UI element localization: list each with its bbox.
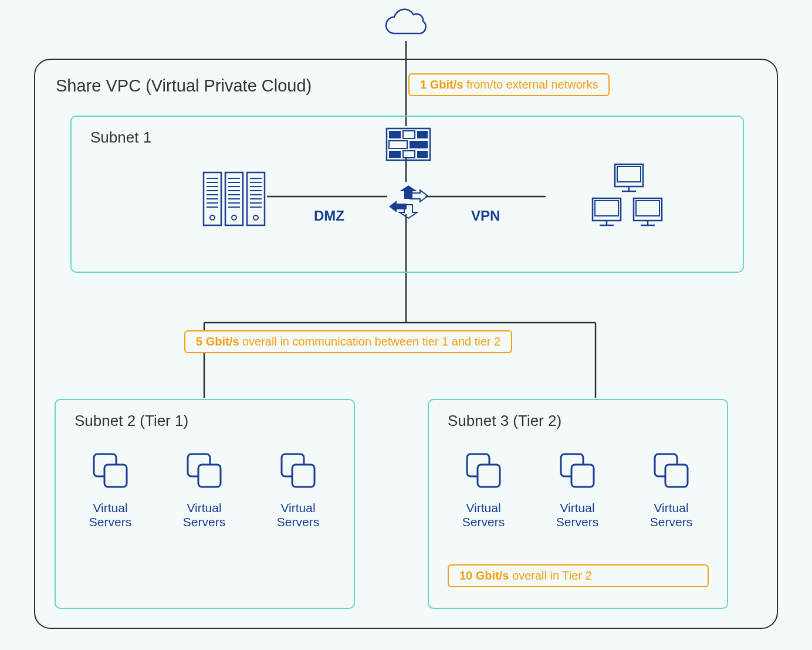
cloud-icon [380,7,432,43]
server-rack-icon [201,170,268,228]
svg-rect-47 [615,164,643,187]
virtual-server-icon [463,450,504,491]
subnet-3-title: Subnet 3 (Tier 2) [448,412,561,430]
svg-rect-15 [403,151,415,158]
subnet-2: Subnet 2 (Tier 1) VirtualServers Virtual… [55,399,355,609]
svg-point-26 [210,215,215,220]
svg-rect-9 [389,131,401,138]
svg-rect-13 [410,141,428,148]
svg-point-46 [253,215,258,220]
svg-rect-62 [198,465,221,487]
svg-rect-16 [417,151,428,158]
vs-label: VirtualServers [451,501,516,529]
router-icon [388,184,429,219]
svg-rect-66 [478,465,500,487]
vpc-title: Share VPC (Virtual Private Cloud) [56,76,312,96]
svg-rect-64 [292,465,314,487]
virtual-server-icon [651,450,692,491]
svg-rect-48 [617,167,641,182]
virtual-server-icon [184,450,225,491]
badge-external-bandwidth: 1 Gbit/s from/to external networks [408,73,610,96]
svg-rect-10 [403,131,415,138]
svg-rect-70 [665,465,688,487]
svg-rect-12 [389,141,407,148]
svg-point-36 [232,215,236,220]
vpc-container: Share VPC (Virtual Private Cloud) 1 Gbit… [34,59,778,629]
svg-rect-60 [104,465,127,487]
vpn-label: VPN [471,208,500,224]
vs-label: VirtualServers [639,501,703,529]
subnet-3: Subnet 3 (Tier 2) VirtualServers Virtual… [428,399,728,609]
subnet-2-title: Subnet 2 (Tier 1) [75,412,188,430]
svg-rect-14 [389,151,401,158]
svg-rect-52 [595,201,618,216]
svg-rect-51 [593,198,621,221]
svg-rect-56 [636,201,659,216]
virtual-server-icon [557,450,598,491]
vs-label: VirtualServers [172,501,236,529]
virtual-server-icon [278,450,319,491]
vs-label: VirtualServers [266,501,330,529]
badge-tier2-bandwidth: 10 Gbit/s overall in Tier 2 [448,564,709,587]
vs-label: VirtualServers [78,501,143,529]
monitors-icon [585,162,673,230]
virtual-server-icon [90,450,131,491]
badge-tier-bandwidth: 5 Gbit/s overall in communication betwee… [184,330,512,353]
subnet-1: Subnet 1 [70,116,744,273]
svg-rect-68 [571,465,594,487]
vs-label: VirtualServers [545,501,610,529]
svg-rect-11 [417,131,428,138]
firewall-icon [385,127,431,161]
subnet-1-title: Subnet 1 [90,128,151,147]
svg-rect-55 [634,198,662,221]
dmz-label: DMZ [314,208,344,224]
